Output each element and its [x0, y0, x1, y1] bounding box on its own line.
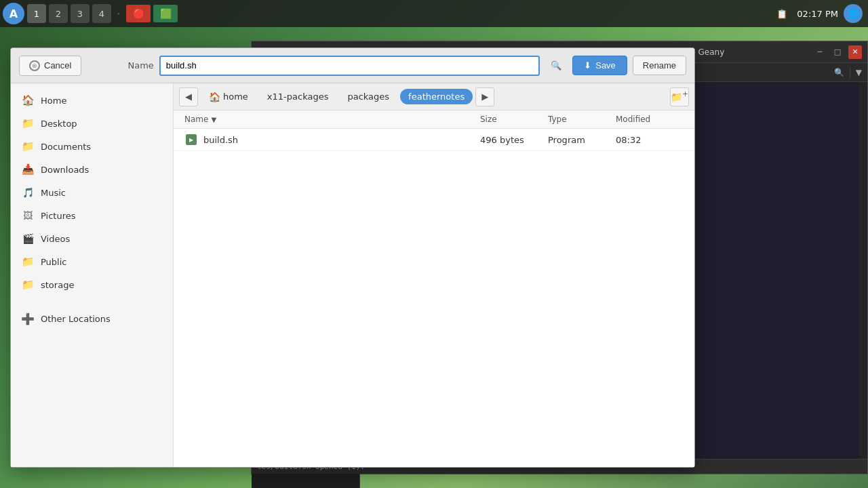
save-label: Save — [595, 60, 616, 70]
geany-window-controls: ─ □ ✕ — [813, 45, 862, 59]
cancel-button[interactable]: ⊗ Cancel — [19, 56, 81, 76]
sidebar-music-label: Music — [41, 188, 66, 198]
cancel-label: Cancel — [44, 60, 71, 70]
search-button[interactable]: 🔍 — [545, 55, 567, 77]
filename-input[interactable] — [159, 56, 540, 76]
breadcrumb-feathernotes[interactable]: feathernotes — [400, 89, 473, 104]
file-chooser-body: 🏠 Home 📁 Desktop 📁 Documents 📥 Downloads… — [11, 83, 694, 467]
new-folder-plus-icon: + — [682, 90, 688, 98]
file-list-header: Name ▼ Size Type Modified — [174, 110, 694, 129]
sidebar-public-label: Public — [41, 257, 66, 267]
column-header-name[interactable]: Name ▼ — [184, 115, 480, 124]
sort-icon: ▼ — [211, 116, 216, 123]
other-locations-icon: ➕ — [22, 312, 34, 325]
name-field-label: Name — [127, 60, 153, 70]
sidebar-item-storage[interactable]: 📁 storage — [11, 273, 173, 296]
breadcrumb-home-label: home — [223, 92, 248, 102]
file-size-cell: 496 bytes — [480, 135, 548, 145]
file-chooser-main: ◀ 🏠 home x11-packages packages featherno… — [174, 83, 694, 467]
videos-icon: 🎬 — [22, 232, 34, 245]
file-icon: ▶ — [184, 133, 198, 146]
cancel-icon: ⊗ — [29, 60, 40, 71]
system-clock: 02:17 PM — [797, 9, 838, 19]
geany-minimize-btn[interactable]: ─ — [813, 45, 827, 59]
sidebar-item-public[interactable]: 📁 Public — [11, 250, 173, 273]
downloads-icon: 📥 — [22, 163, 34, 176]
file-name-cell: build.sh — [203, 135, 480, 145]
save-button[interactable]: ⬇ Save — [572, 56, 627, 75]
storage-icon: 📁 — [22, 279, 34, 291]
save-icon: ⬇ — [584, 60, 591, 70]
public-icon: 📁 — [22, 256, 34, 268]
sidebar-videos-label: Videos — [41, 234, 70, 244]
breadcrumb-bar: ◀ 🏠 home x11-packages packages featherno… — [174, 83, 694, 110]
sidebar-item-music[interactable]: 🎵 Music — [11, 181, 173, 204]
file-name: build.sh — [203, 135, 238, 145]
column-header-size[interactable]: Size — [480, 115, 548, 124]
sidebar-item-downloads[interactable]: 📥 Downloads — [11, 158, 173, 181]
sidebar-item-home[interactable]: 🏠 Home — [11, 89, 173, 112]
breadcrumb-home[interactable]: 🏠 home — [201, 89, 256, 105]
new-folder-button[interactable]: 📁 + — [670, 87, 689, 106]
clipboard-icon[interactable]: 📋 — [772, 4, 791, 23]
column-header-type[interactable]: Type — [548, 115, 616, 124]
file-list: Name ▼ Size Type Modified ▶ build.sh 496… — [174, 110, 694, 467]
file-chooser-header: ⊗ Cancel Name 🔍 ⬇ Save Rename — [11, 48, 694, 83]
home-icon: 🏠 — [22, 94, 34, 106]
sidebar-pictures-label: Pictures — [41, 211, 75, 221]
sidebar-item-pictures[interactable]: 🖼 Pictures — [11, 204, 173, 227]
workspace-4[interactable]: 4 — [92, 4, 111, 23]
music-icon: 🎵 — [22, 186, 34, 199]
desktop-icon: 📁 — [22, 117, 34, 129]
pictures-icon: 🖼 — [22, 209, 34, 222]
breadcrumb-packages[interactable]: packages — [339, 89, 397, 104]
sidebar-storage-label: storage — [41, 280, 74, 290]
sidebar-item-documents[interactable]: 📁 Documents — [11, 135, 173, 158]
nav-forward-button[interactable]: ▶ — [475, 87, 494, 106]
geany-dropdown-btn[interactable]: ▼ — [856, 68, 862, 77]
taskbar-thumb-app2[interactable]: 🟩 — [153, 5, 178, 22]
breadcrumb-x11-packages[interactable]: x11-packages — [259, 89, 337, 104]
toolbar-separator — [850, 67, 850, 78]
workspace-3[interactable]: 3 — [71, 4, 90, 23]
file-type-cell: Program — [548, 135, 616, 145]
taskbar-left: A 1 2 3 4 ⬝ 🔴 🟩 — [0, 3, 178, 24]
file-chooser-dialog: ⊗ Cancel Name 🔍 ⬇ Save Rename 🏠 Home 📁 D… — [10, 47, 695, 468]
sidebar-spacer — [11, 296, 173, 307]
geany-maximize-btn[interactable]: □ — [831, 45, 844, 59]
sidebar-desktop-label: Desktop — [41, 119, 77, 129]
geany-close-btn[interactable]: ✕ — [848, 45, 862, 59]
rename-button[interactable]: Rename — [633, 56, 686, 75]
sidebar-item-desktop[interactable]: 📁 Desktop — [11, 112, 173, 135]
nav-back-button[interactable]: ◀ — [179, 87, 198, 106]
sidebar-other-locations-label: Other Locations — [41, 314, 111, 324]
sidebar-item-other-locations[interactable]: ➕ Other Locations — [11, 307, 173, 330]
file-modified-cell: 08:32 — [616, 135, 684, 145]
file-chooser-sidebar: 🏠 Home 📁 Desktop 📁 Documents 📥 Downloads… — [11, 83, 174, 467]
workspace-1[interactable]: 1 — [27, 4, 46, 23]
home-breadcrumb-icon: 🏠 — [209, 92, 220, 102]
geany-search-btn[interactable]: 🔍 — [834, 68, 844, 77]
workspace-2[interactable]: 2 — [49, 4, 68, 23]
app-launcher-icon[interactable]: A — [3, 3, 24, 24]
sidebar-downloads-label: Downloads — [41, 165, 89, 175]
table-row[interactable]: ▶ build.sh 496 bytes Program 08:32 — [174, 129, 694, 151]
name-col-label: Name — [184, 115, 208, 124]
taskbar-separator: ⬝ — [115, 7, 122, 20]
taskbar-right: 📋 02:17 PM 🌐 — [772, 4, 868, 23]
sidebar-item-videos[interactable]: 🎬 Videos — [11, 227, 173, 250]
taskbar: A 1 2 3 4 ⬝ 🔴 🟩 📋 02:17 PM 🌐 — [0, 0, 868, 27]
sidebar-home-label: Home — [41, 96, 66, 106]
new-folder-icon: 📁 — [671, 92, 682, 102]
sidebar-documents-label: Documents — [41, 142, 91, 152]
column-header-modified[interactable]: Modified — [616, 115, 684, 124]
sh-file-icon: ▶ — [186, 134, 197, 145]
documents-icon: 📁 — [22, 140, 34, 152]
taskbar-thumb-app1[interactable]: 🔴 — [126, 5, 151, 22]
network-icon[interactable]: 🌐 — [844, 4, 863, 23]
